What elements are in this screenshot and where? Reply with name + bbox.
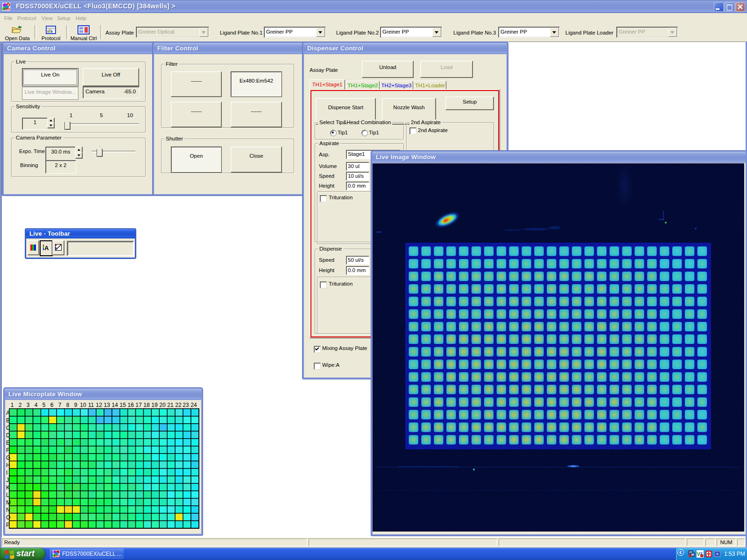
svg-text:FDSS: FDSS (4, 7, 10, 11)
svg-text:FDSS: FDSS (54, 554, 60, 558)
svg-text:A: A (44, 245, 49, 252)
